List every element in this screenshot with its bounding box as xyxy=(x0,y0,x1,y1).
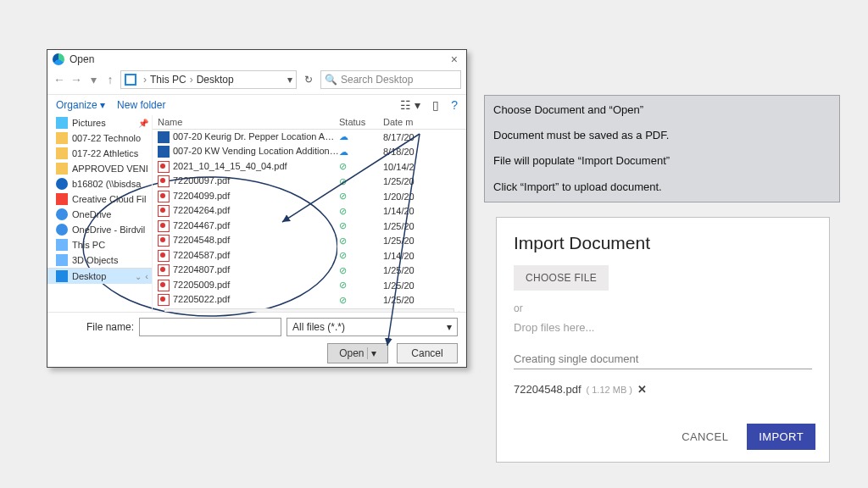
uploaded-file-chip: 72204548.pdf ( 1.12 MB ) ✕ xyxy=(514,383,812,396)
file-row[interactable]: 007-20 Keurig Dr. Pepper Location Additi… xyxy=(153,130,466,145)
help-icon[interactable]: ? xyxy=(451,98,458,112)
filetype-label: All files (*.*) xyxy=(292,321,345,333)
file-row[interactable]: 72200097.pdf⊘1/25/20 xyxy=(153,175,466,190)
column-date[interactable]: Date m xyxy=(383,117,434,127)
pdf-icon xyxy=(158,280,170,291)
chevron-left-icon: ‹ xyxy=(145,271,148,281)
chevron-down-icon[interactable]: ▾ xyxy=(287,74,292,86)
cancel-button[interactable]: CANCEL xyxy=(682,430,728,443)
file-row[interactable]: 2021_10_14_15_40_04.pdf⊘10/14/2 xyxy=(153,159,466,175)
file-date: 1/25/20 xyxy=(383,280,434,291)
folder-icon xyxy=(56,117,68,129)
file-row[interactable]: 007-20 KW Vending Location Addition Lett… xyxy=(153,145,466,160)
new-folder-button[interactable]: New folder xyxy=(117,99,165,111)
column-name[interactable]: Name xyxy=(153,117,339,127)
file-name: 2021_10_14_15_40_04.pdf xyxy=(173,161,287,171)
scrollbar-track[interactable] xyxy=(164,308,455,312)
sidebar-item[interactable]: 017-22 Athletics xyxy=(47,146,152,161)
sidebar-item-label: OneDrive xyxy=(72,209,111,219)
file-row[interactable]: 72204467.pdf⊘1/25/20 xyxy=(153,219,466,234)
back-icon[interactable]: ← xyxy=(53,73,66,86)
sidebar-item[interactable]: OneDrive - Birdvil xyxy=(47,222,152,237)
file-date: 1/25/20 xyxy=(383,265,434,275)
folder-icon xyxy=(56,147,68,159)
file-date: 1/25/20 xyxy=(383,176,434,186)
pdf-icon xyxy=(158,264,170,276)
sidebar-item[interactable]: Pictures📌 xyxy=(47,115,152,130)
import-button[interactable]: IMPORT xyxy=(747,424,815,450)
preview-icon[interactable]: ▯ xyxy=(432,98,439,112)
check-icon: ⊘ xyxy=(339,295,347,305)
close-icon[interactable]: × xyxy=(448,53,461,66)
sidebar-item-label: Desktop xyxy=(72,271,106,281)
uploaded-file-name: 72204548.pdf xyxy=(514,383,581,396)
sidebar-item-label: b16802 (\\bisdsa xyxy=(72,179,141,189)
file-row[interactable]: 72204099.pdf⊘1/20/20 xyxy=(153,189,466,204)
sidebar-item[interactable]: Creative Cloud Fil xyxy=(47,191,152,207)
file-date: 1/25/20 xyxy=(383,221,434,231)
drop-hint[interactable]: Drop files here... xyxy=(514,321,812,334)
check-icon: ⊘ xyxy=(339,250,347,260)
chevron-right-icon: › xyxy=(190,74,193,86)
pdf-icon xyxy=(158,175,170,187)
file-date: 8/18/20 xyxy=(383,147,434,157)
sidebar-item[interactable]: b16802 (\\bisdsa xyxy=(47,176,152,191)
check-icon: ⊘ xyxy=(339,191,347,201)
file-date: 1/20/20 xyxy=(383,191,434,202)
sidebar-item[interactable]: This PC xyxy=(47,237,152,252)
sidebar-item-label: Creative Cloud Fil xyxy=(72,194,146,204)
sidebar-item[interactable]: OneDrive xyxy=(47,207,152,222)
up-icon[interactable]: ↑ xyxy=(103,73,117,86)
file-row[interactable]: 72204587.pdf⊘1/14/20 xyxy=(153,248,466,263)
file-name: 72200097.pdf xyxy=(173,175,230,186)
file-row[interactable]: 72205022.pdf⊘1/25/20 xyxy=(153,293,466,308)
breadcrumb[interactable]: › This PC › Desktop ▾ xyxy=(120,70,297,89)
open-button[interactable]: Open ▾ xyxy=(327,343,388,363)
sidebar-item[interactable]: 3D Objects xyxy=(47,252,152,268)
chevron-right-icon[interactable]: › xyxy=(458,308,461,312)
breadcrumb-segment[interactable]: This PC xyxy=(150,74,186,86)
file-row[interactable]: 72205009.pdf⊘1/25/20 xyxy=(153,278,466,293)
sidebar-item-label: OneDrive - Birdvil xyxy=(72,225,145,235)
file-name: 72204587.pdf xyxy=(173,250,230,260)
instruction-line: Click “Import” to upload document. xyxy=(493,180,831,195)
file-row[interactable]: 72204807.pdf⊘1/25/20 xyxy=(153,263,466,279)
dialog-body: Pictures📌007-22 Technolo017-22 Athletics… xyxy=(47,115,466,312)
column-status[interactable]: Status xyxy=(339,117,383,127)
folder-icon xyxy=(56,163,68,175)
choose-file-button[interactable]: CHOOSE FILE xyxy=(514,265,609,291)
sidebar-item-desktop[interactable]: Desktop ⌄ ‹ xyxy=(47,268,152,284)
pdf-icon xyxy=(158,205,170,217)
list-header: Name Status Date m xyxy=(153,115,466,130)
check-icon: ⊘ xyxy=(339,220,347,230)
sidebar-item[interactable]: 007-22 Technolo xyxy=(47,130,152,146)
divider xyxy=(514,369,812,369)
chevron-left-icon[interactable]: ‹ xyxy=(158,308,161,312)
file-row[interactable]: 72204548.pdf⊘1/25/20 xyxy=(153,234,466,249)
pc-icon xyxy=(125,74,136,86)
sidebar-item-label: 3D Objects xyxy=(72,255,118,265)
cloud-icon: ☁ xyxy=(339,131,348,141)
organize-menu[interactable]: Organize ▾ xyxy=(56,99,105,111)
pin-icon: 📌 xyxy=(138,119,148,128)
breadcrumb-segment[interactable]: Desktop xyxy=(197,74,234,86)
filename-input[interactable] xyxy=(139,318,281,336)
pdf-icon xyxy=(158,161,170,173)
search-input[interactable]: 🔍 Search Desktop xyxy=(320,70,461,89)
remove-file-icon[interactable]: ✕ xyxy=(637,383,647,396)
check-icon: ⊘ xyxy=(339,206,347,216)
forward-icon[interactable]: → xyxy=(70,73,83,86)
file-date: 1/14/20 xyxy=(383,206,434,216)
filename-label: File name: xyxy=(56,321,134,333)
refresh-icon[interactable]: ↻ xyxy=(300,74,317,86)
hscroll[interactable]: ‹ › xyxy=(153,308,466,312)
view-icon[interactable]: ☷ ▾ xyxy=(400,98,420,112)
file-name: 007-20 KW Vending Location Addition Lett… xyxy=(173,146,339,156)
file-date: 1/25/20 xyxy=(383,236,434,246)
chevron-down-icon[interactable]: ▾ xyxy=(86,73,100,86)
file-row[interactable]: 72204264.pdf⊘1/14/20 xyxy=(153,204,466,219)
cancel-button[interactable]: Cancel xyxy=(397,343,458,363)
sidebar-item[interactable]: APPROVED VENI xyxy=(47,161,152,176)
filetype-select[interactable]: All files (*.*) ▾ xyxy=(287,318,458,336)
app-icon xyxy=(53,53,64,65)
